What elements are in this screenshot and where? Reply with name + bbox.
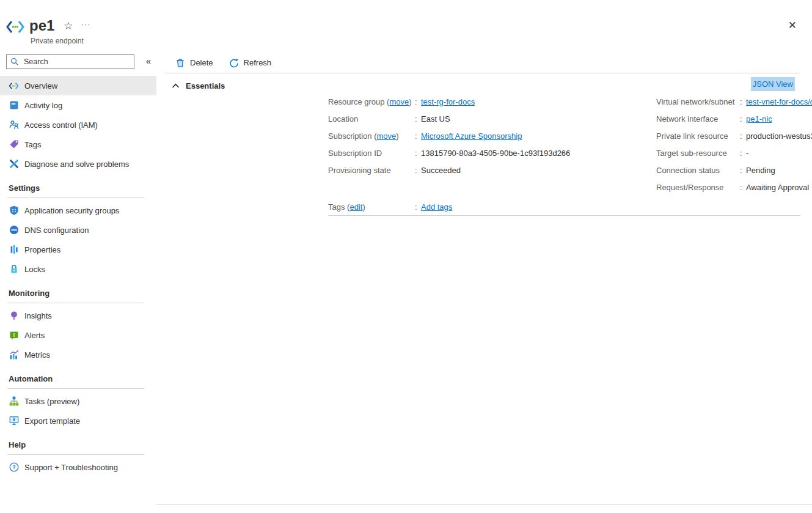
private-endpoint-icon bbox=[9, 81, 19, 91]
sidebar-item-label: Insights bbox=[24, 311, 52, 320]
sidebar-item-label: Access control (IAM) bbox=[24, 120, 98, 130]
close-icon[interactable]: ✕ bbox=[788, 19, 797, 32]
sidebar-item-application-security-groups[interactable]: Application security groups bbox=[0, 201, 156, 220]
sidebar-item-label: Application security groups bbox=[24, 206, 119, 215]
sidebar-item-dns-configuration[interactable]: DNS DNS configuration bbox=[0, 220, 156, 240]
sidebar-item-overview[interactable]: Overview bbox=[0, 76, 156, 95]
activity-log-icon bbox=[9, 100, 19, 111]
tasks-flowchart-icon bbox=[9, 396, 19, 407]
collapse-sidebar-icon[interactable]: « bbox=[146, 56, 151, 66]
sidebar-item-export-template[interactable]: Export template bbox=[0, 411, 156, 430]
move-resource-group-link[interactable]: move bbox=[389, 97, 409, 106]
essentials-row-request-response: Request/Response : Awaiting Approval bbox=[656, 179, 800, 196]
sidebar-item-properties[interactable]: Properties bbox=[0, 240, 156, 259]
json-view-button[interactable]: JSON View bbox=[751, 77, 795, 91]
essentials-row-network-interface: Network interface : pe1-nic bbox=[656, 110, 800, 127]
vnet-subnet-link[interactable]: test-vnet-for-docs/default bbox=[746, 97, 812, 106]
sidebar-item-label: DNS configuration bbox=[24, 226, 89, 235]
delete-label: Delete bbox=[190, 58, 213, 67]
essentials-row-private-link-resource: Private link resource : production-westu… bbox=[656, 127, 800, 144]
alerts-icon: ! bbox=[9, 330, 19, 341]
toolbar-divider bbox=[165, 73, 800, 73]
essentials-row-tags: Tags (edit) : Add tags bbox=[328, 198, 452, 215]
essentials-row-subscription: Subscription (move) : Microsoft Azure Sp… bbox=[328, 127, 652, 144]
resource-group-link[interactable]: test-rg-for-docs bbox=[421, 97, 475, 106]
metrics-chart-icon bbox=[9, 350, 19, 360]
sidebar-item-label: Tasks (preview) bbox=[24, 397, 79, 406]
private-link-resource-value: production-westus3-0-0 bbox=[746, 131, 812, 141]
insights-lightbulb-icon bbox=[9, 311, 19, 321]
pane-bottom-divider bbox=[156, 504, 812, 505]
sidebar-item-label: Export template bbox=[24, 416, 80, 426]
provisioning-state-value: Succeeded bbox=[421, 166, 461, 175]
sidebar-item-label: Locks bbox=[24, 265, 45, 274]
more-options-icon[interactable]: ··· bbox=[81, 20, 91, 29]
sidebar-item-label: Support + Troubleshooting bbox=[24, 463, 118, 472]
sidebar-item-alerts[interactable]: ! Alerts bbox=[0, 325, 156, 345]
section-divider bbox=[7, 197, 144, 198]
sidebar-section-automation: Automation bbox=[0, 364, 156, 385]
svg-text:DNS: DNS bbox=[11, 229, 17, 232]
help-question-icon: ? bbox=[9, 462, 19, 473]
search-icon bbox=[10, 57, 19, 66]
sidebar-section-help: Help bbox=[0, 430, 156, 451]
move-subscription-link[interactable]: move bbox=[376, 131, 396, 141]
sidebar-search-row: « bbox=[0, 53, 156, 76]
subscription-link[interactable]: Microsoft Azure Sponsorship bbox=[421, 131, 522, 141]
svg-text:!: ! bbox=[13, 332, 15, 338]
page-title: pe1 bbox=[29, 17, 54, 35]
essentials-row-vnet-subnet: Virtual network/subnet : test-vnet-for-d… bbox=[656, 93, 800, 110]
sidebar-item-label: Activity log bbox=[24, 101, 62, 110]
essentials-row-location: Location : East US bbox=[328, 110, 652, 127]
sidebar-item-label: Tags bbox=[24, 140, 41, 149]
essentials-row-provisioning-state: Provisioning state : Succeeded bbox=[328, 161, 652, 179]
page-header: pe1 ☆ ··· Private endpoint ✕ bbox=[0, 0, 812, 53]
properties-icon bbox=[9, 245, 19, 255]
sidebar-item-diagnose[interactable]: Diagnose and solve problems bbox=[0, 154, 156, 174]
sidebar-item-insights[interactable]: Insights bbox=[0, 306, 156, 325]
sidebar-item-label: Properties bbox=[24, 245, 60, 254]
refresh-label: Refresh bbox=[244, 58, 272, 67]
sidebar-item-access-control[interactable]: Access control (IAM) bbox=[0, 115, 156, 135]
export-template-icon bbox=[9, 416, 19, 426]
add-tags-link[interactable]: Add tags bbox=[421, 202, 452, 212]
sidebar-item-locks[interactable]: Locks bbox=[0, 259, 156, 279]
sidebar-item-metrics[interactable]: Metrics bbox=[0, 345, 156, 364]
refresh-button[interactable]: Refresh bbox=[229, 58, 272, 68]
sidebar-item-tags[interactable]: Tags bbox=[0, 135, 156, 154]
essentials-header: Essentials JSON View bbox=[172, 78, 795, 94]
favorite-star-icon[interactable]: ☆ bbox=[64, 20, 73, 32]
essentials-row-connection-status: Connection status : Pending bbox=[656, 161, 800, 179]
dns-icon: DNS bbox=[9, 225, 19, 235]
subscription-id-value: 13815790-80a3-4505-90be-1c93f193d266 bbox=[421, 149, 570, 158]
private-endpoint-icon bbox=[5, 19, 25, 37]
search-input[interactable] bbox=[23, 57, 129, 67]
sidebar-nav: Overview Activity log Access control bbox=[0, 76, 156, 477]
sidebar-item-tasks-preview[interactable]: Tasks (preview) bbox=[0, 391, 156, 411]
essentials-row-target-sub-resource: Target sub-resource : - bbox=[656, 144, 800, 161]
sidebar-item-activity-log[interactable]: Activity log bbox=[0, 95, 156, 115]
tags-icon bbox=[9, 139, 19, 150]
essentials-right-column: Virtual network/subnet : test-vnet-for-d… bbox=[656, 93, 800, 196]
request-response-value: Awaiting Approval bbox=[746, 183, 809, 192]
diagnose-tools-icon bbox=[9, 159, 19, 169]
resource-type-subtitle: Private endpoint bbox=[31, 37, 84, 45]
delete-button[interactable]: Delete bbox=[175, 58, 213, 68]
target-sub-resource-value: - bbox=[746, 149, 748, 158]
chevron-up-icon[interactable] bbox=[172, 83, 180, 89]
sidebar-item-label: Metrics bbox=[24, 350, 50, 360]
essentials-row-resource-group: Resource group (move) : test-rg-for-docs bbox=[328, 93, 652, 110]
connection-status-value: Pending bbox=[746, 166, 775, 175]
refresh-icon bbox=[229, 58, 239, 68]
essentials-row-subscription-id: Subscription ID : 13815790-80a3-4505-90b… bbox=[328, 144, 652, 161]
essentials-title: Essentials bbox=[186, 81, 225, 90]
access-control-icon bbox=[9, 120, 19, 130]
network-interface-link[interactable]: pe1-nic bbox=[746, 114, 772, 124]
sidebar-item-support-troubleshooting[interactable]: ? Support + Troubleshooting bbox=[0, 457, 156, 477]
application-security-groups-icon bbox=[9, 205, 19, 216]
lock-icon bbox=[9, 264, 19, 275]
sidebar-item-label: Overview bbox=[24, 81, 57, 90]
command-bar: Delete Refresh bbox=[156, 53, 812, 73]
search-box[interactable] bbox=[6, 54, 134, 69]
edit-tags-link[interactable]: edit bbox=[349, 202, 362, 212]
